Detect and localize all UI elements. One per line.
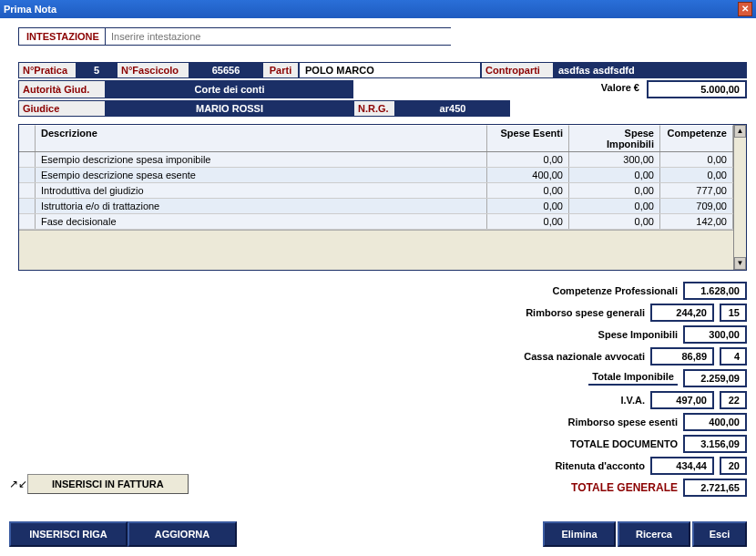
cassa-avvocati-value[interactable] [650,347,714,366]
intestazione-row: INTESTAZIONE [18,27,451,46]
table-row[interactable]: Istruttoria e/o di trattazione 0,00 0,00… [19,199,733,214]
transfer-icon: ↗↙ [9,478,27,490]
controparti-label: Controparti [481,62,554,78]
spese-imponibili-value[interactable] [683,325,747,344]
rimborso-esenti-value[interactable] [683,413,747,431]
iva-value[interactable] [650,391,714,409]
grid-empty-area [19,230,733,270]
valore-label: Valore € [594,80,647,98]
npratica-label: N°Pratica [18,62,77,78]
scroll-up-icon[interactable]: ▲ [734,125,746,138]
elimina-button[interactable]: Elimina [543,521,616,547]
cassa-avvocati-label: Cassa nazionale avvocati [524,351,645,362]
aggiorna-button[interactable]: AGGIORNA [128,521,237,547]
window-title: Prima Nota [4,4,738,15]
ricerca-button[interactable]: Ricerca [618,521,690,547]
table-row[interactable]: Esempio descrizione spesa esente 400,00 … [19,168,733,183]
rimborso-generali-pct[interactable] [720,304,747,322]
intestazione-label: INTESTAZIONE [19,28,106,45]
competenze-prof-label: Competenze Professionali [552,285,678,296]
spese-imponibili-label: Spese Imponibili [598,329,678,340]
iva-label: I.V.A. [621,395,646,406]
inserisci-fattura-row: ↗↙ INSERISCI IN FATTURA [9,474,189,494]
table-row[interactable]: Introduttiva del giudizio 0,00 0,00 777,… [19,183,733,199]
autorita-value[interactable]: Corte dei conti [106,80,353,98]
intestazione-input[interactable] [106,28,452,45]
totale-generale-value[interactable] [683,479,747,497]
npratica-value[interactable]: 5 [77,62,117,78]
nrg-value[interactable]: ar450 [395,100,510,117]
totale-documento-label: TOTALE DOCUMENTO [570,438,678,449]
grid-header-spese-esenti[interactable]: Spese Esenti [487,125,569,151]
title-bar: Prima Nota ✕ [0,0,756,18]
autorita-label: Autorità Giud. [18,80,106,98]
scroll-down-icon[interactable]: ▼ [734,257,746,270]
close-icon[interactable]: ✕ [738,2,752,16]
ritenuta-value[interactable] [650,457,714,475]
ritenuta-label: Ritenuta d'acconto [555,460,645,471]
grid-scrollbar[interactable]: ▲ ▼ [733,125,746,270]
rimborso-generali-label: Rimborso spese generali [526,307,645,318]
inserisci-fattura-button[interactable]: INSERISCI IN FATTURA [27,474,189,494]
grid-header-competenze[interactable]: Competenze [660,125,733,151]
totale-imponibile-value[interactable] [683,369,747,387]
grid-header-select [19,125,36,151]
totale-imponibile-label: Totale Imponibile [588,371,678,386]
valore-input[interactable] [647,80,747,98]
giudice-label: Giudice [18,100,106,117]
grid-header-spese-imponibili[interactable]: Spese Imponibili [569,125,660,151]
table-row[interactable]: Esempio descrizione spesa imponibile 0,0… [19,152,733,168]
iva-pct[interactable] [720,391,747,409]
giudice-value[interactable]: MARIO ROSSI [106,100,353,117]
rimborso-generali-value[interactable] [650,304,714,322]
nfascicolo-label: N°Fascicolo [117,62,189,78]
totale-documento-value[interactable] [683,435,747,453]
competenze-prof-value[interactable] [683,282,747,300]
rimborso-esenti-label: Rimborso spese esenti [568,417,678,427]
grid-header-descrizione[interactable]: Descrizione [36,125,487,151]
parti-label: Parti [262,62,299,78]
controparti-value[interactable]: asdfas asdfsdfd [554,62,747,78]
cassa-avvocati-pct[interactable] [720,347,747,366]
totals-panel: Competenze Professionali Rimborso spese … [18,282,747,497]
table-row[interactable]: Fase decisionale 0,00 0,00 142,00 [19,214,733,230]
nfascicolo-value[interactable]: 65656 [189,62,262,78]
parti-value[interactable]: POLO MARCO [299,62,481,78]
ritenuta-pct[interactable] [720,457,747,475]
esci-button[interactable]: Esci [692,521,747,547]
nrg-label: N.R.G. [353,100,395,117]
totale-generale-label: TOTALE GENERALE [571,481,678,494]
inserisci-riga-button[interactable]: INSERISCI RIGA [9,521,128,547]
grid: Descrizione Spese Esenti Spese Imponibil… [18,124,747,271]
